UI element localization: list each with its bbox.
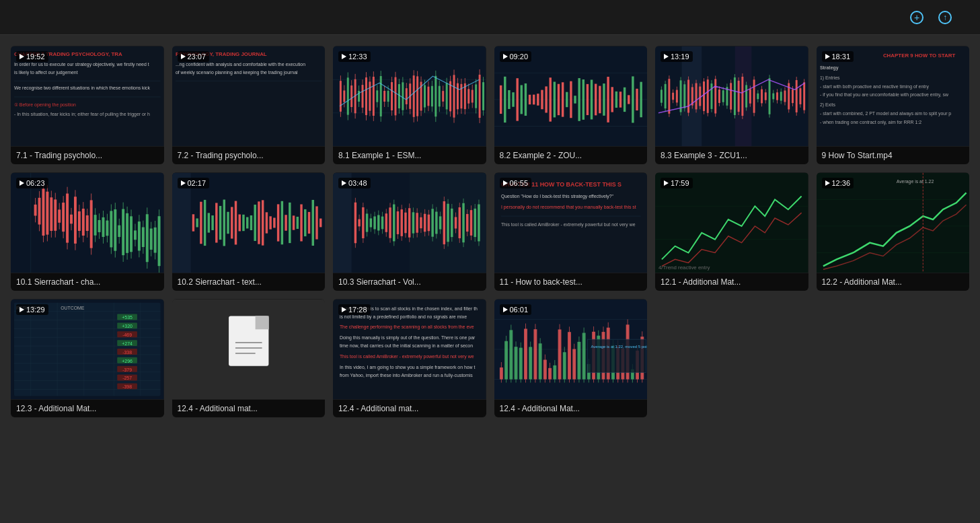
svg-rect-133 [632,76,634,123]
duration-text: 17:59 [671,179,689,187]
duration-badge: 17:59 [661,178,693,188]
svg-rect-128 [611,87,613,112]
svg-text:In order for us to execute our: In order for us to execute our strategy … [14,62,149,67]
svg-rect-303 [234,201,236,245]
svg-text:Doing this manually is simply : Doing this manually is simply out of the… [340,335,476,341]
svg-text:-257: -257 [122,376,132,381]
duration-text: 02:17 [188,179,206,187]
video-card[interactable]: 12:338.1 Example 1 - ESM... [333,46,486,164]
video-thumbnail: 12:33 [333,46,486,147]
svg-rect-315 [280,201,282,244]
upload-button[interactable]: ↑ [938,11,956,24]
svg-rect-101 [499,85,501,114]
svg-rect-313 [273,218,275,228]
video-card[interactable]: 12.4 - Additional mat... [172,299,326,417]
video-thumbnail: 13:19 [655,46,808,147]
header: + ↑ [0,0,980,35]
video-card[interactable]: CHAPTER 9 HOW TO START Strategy 1) Entri… [817,46,970,164]
svg-rect-111 [541,90,543,110]
svg-rect-305 [242,215,244,231]
svg-rect-113 [549,77,551,121]
upload-icon: ↑ [938,11,952,24]
duration-badge: 18:31 [822,51,854,62]
video-card[interactable]: 02:1710.2 Sierrachart - text... [172,172,326,291]
duration-text: 06:01 [510,306,529,314]
svg-rect-412 [14,303,161,396]
duration-text: 06:23 [26,179,45,187]
svg-rect-105 [516,78,518,120]
svg-rect-314 [276,204,278,241]
play-icon [825,180,830,186]
svg-rect-107 [524,83,526,116]
svg-rect-306 [246,217,248,229]
video-label: 8.3 Example 3 - ZCU1... [655,147,808,164]
svg-rect-106 [520,85,522,114]
play-icon [342,307,346,312]
video-thumbnail: 09:20 [494,46,648,147]
video-card[interactable]: Second option is to scan all stocks in t… [333,299,486,417]
video-card[interactable]: CHAPTER 11 HOW TO BACK-TEST THIS S Quest… [494,172,648,291]
svg-rect-135 [640,82,642,118]
svg-rect-299 [219,206,221,240]
play-icon [825,54,830,59]
video-label: 12.3 - Additional Mat... [11,400,164,417]
duration-text: 06:55 [510,179,529,187]
video-card[interactable]: 4/Trend reactive entry 17:5912.1 - Addit… [655,172,808,291]
svg-rect-292 [192,214,194,231]
svg-rect-125 [599,86,601,114]
video-card[interactable]: +535 +320 -469 +274 -338 +296 -379 -257 … [11,299,164,417]
svg-text:OUTCOME: OUTCOME [61,306,85,310]
video-card[interactable]: Average is at 1.22, moved 5 points net 0… [494,299,648,417]
video-card[interactable]: PSYCHOLOGY, TRADING JOURNAL ...ng confid… [172,46,326,164]
svg-text:+535: +535 [122,315,133,320]
svg-text:- when trading one contract on: - when trading one contract only, aim fo… [819,120,921,125]
svg-rect-452 [255,316,268,330]
video-label: 12.1 - Additional Mat... [655,273,808,291]
svg-text:In this video, I am going to s: In this video, I am going to show you a … [340,365,476,370]
svg-rect-325 [319,219,321,228]
video-card[interactable]: CHAPTER 7 TRADING PSYCHOLOGY, TRA In ord… [11,46,164,164]
svg-rect-309 [258,201,260,244]
video-card[interactable]: 09:208.2 Example 2 - ZOU... [494,46,648,164]
svg-text:- start with both proactive an: - start with both proactive and reactive… [819,84,929,90]
duration-text: 18:31 [832,53,851,61]
duration-badge: 02:17 [178,178,210,188]
svg-rect-294 [200,202,202,244]
svg-text:- start with combined, 2 PT mo: - start with combined, 2 PT model and al… [819,111,950,116]
video-label: 10.2 Sierrachart - text... [172,273,326,291]
duration-text: 13:29 [26,306,45,314]
svg-text:-338: -338 [122,350,132,355]
duration-badge: 13:29 [16,304,48,315]
video-card[interactable]: 13:198.3 Example 3 - ZCU1... [655,46,808,164]
svg-rect-300 [223,200,225,246]
duration-badge: 17:28 [338,304,371,315]
video-thumbnail: 02:17 [172,172,326,273]
create-folder-button[interactable]: + [910,11,928,24]
video-card[interactable]: 03:4810.3 Sierrachart - Vol... [333,172,486,291]
duration-badge: 23:07 [178,51,210,62]
svg-text:Strategy: Strategy [819,65,838,71]
svg-text:The challenge performing the s: The challenge performing the scanning on… [340,324,474,330]
svg-text:-379: -379 [122,368,132,372]
video-label: 7.2 - Trading psycholo... [172,147,326,164]
svg-text:is likely to affect our judgem: is likely to affect our judgement [14,70,78,75]
svg-rect-103 [508,90,510,109]
video-card[interactable]: 06:2310.1 Sierrachart - cha... [11,172,164,291]
svg-rect-308 [254,205,256,241]
svg-rect-118 [570,81,572,118]
video-label: 9 How To Start.mp4 [817,147,970,164]
video-label: 8.1 Example 1 - ESM... [333,147,486,164]
svg-text:-469: -469 [122,333,132,337]
svg-rect-108 [528,95,530,104]
svg-rect-116 [561,82,563,116]
svg-rect-310 [261,200,263,245]
svg-text:- In this situation, fear kick: - In this situation, fear kicks in; eith… [14,112,150,117]
video-label: 11 - How to back-test... [494,273,648,291]
svg-rect-132 [628,95,630,104]
video-label: 12.4 - Additional mat... [172,400,326,417]
video-card[interactable]: Average is at 1.22 12:3612.2 - Additiona… [817,172,970,291]
svg-rect-129 [615,92,617,108]
video-thumbnail: CHAPTER 7 TRADING PSYCHOLOGY, TRA In ord… [11,46,164,147]
video-thumbnail [172,299,326,400]
video-thumbnail: CHAPTER 11 HOW TO BACK-TEST THIS S Quest… [494,172,648,273]
